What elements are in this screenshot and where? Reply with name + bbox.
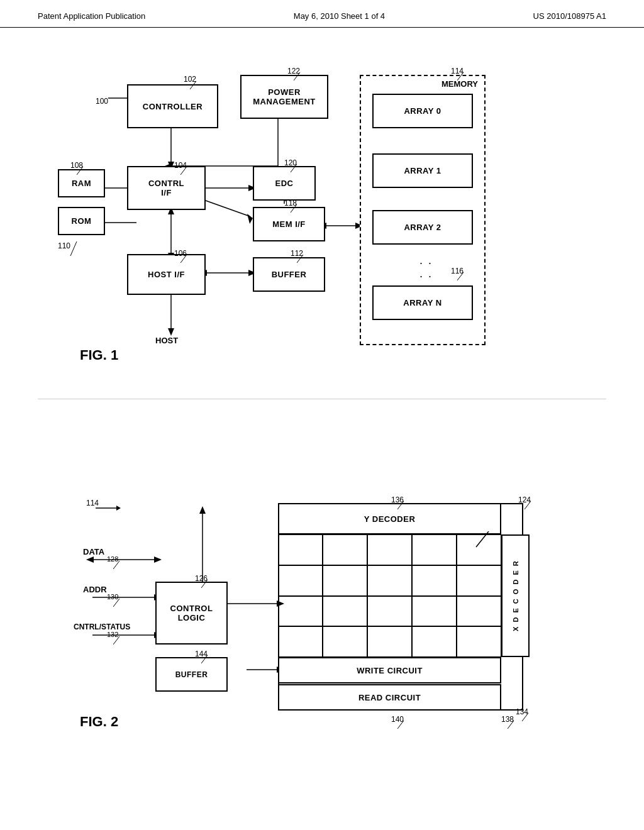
- svg-line-64: [522, 713, 528, 721]
- diagrams-area: 100 CONTROLLER 102 CONTRL I/F 104: [0, 28, 644, 770]
- x-decoder-box: X D E C O D E R: [501, 534, 530, 657]
- page-header: Patent Application Publication May 6, 20…: [0, 0, 644, 28]
- fig2-container: 114 DATA 128 ADDR 130 CNTRL/STATUS 132: [39, 406, 605, 758]
- svg-line-30: [180, 167, 187, 175]
- data-label: DATA: [83, 547, 104, 556]
- host-label: HOST: [155, 336, 178, 345]
- svg-line-39: [457, 272, 464, 280]
- control-logic-box: CONTROL LOGIC: [155, 582, 228, 645]
- write-circuit-box: WRITE CIRCUIT: [278, 657, 501, 683]
- svg-line-38: [457, 72, 464, 80]
- read-circuit-box: READ CIRCUIT: [278, 684, 501, 711]
- dots: . .. .: [419, 254, 433, 280]
- svg-line-35: [291, 164, 297, 172]
- svg-marker-54: [116, 506, 121, 511]
- svg-line-29: [190, 81, 196, 89]
- svg-line-66: [397, 721, 404, 729]
- svg-marker-48: [199, 506, 206, 514]
- controller-box: CONTROLLER: [127, 84, 218, 128]
- svg-line-32: [77, 167, 83, 175]
- svg-line-60: [525, 501, 531, 509]
- fig1-container: 100 CONTROLLER 102 CONTRL I/F 104: [39, 40, 605, 392]
- ref-100: 100: [96, 97, 108, 106]
- host-if-box: HOST I/F: [127, 254, 206, 295]
- buffer-small-box: BUFFER: [155, 657, 228, 692]
- fig2-label: FIG. 2: [80, 714, 118, 730]
- svg-marker-19: [168, 328, 174, 336]
- svg-line-37: [297, 255, 303, 263]
- page: Patent Application Publication May 6, 20…: [0, 0, 644, 830]
- y-decoder-box: Y DECODER: [278, 503, 501, 534]
- edc-box: EDC: [253, 166, 316, 201]
- contrl-if-box: CONTRL I/F: [127, 166, 206, 210]
- header-left: Patent Application Publication: [38, 11, 145, 21]
- svg-line-34: [294, 72, 300, 80]
- memory-grid: [278, 534, 501, 657]
- mem-if-box: MEM I/F: [253, 207, 325, 241]
- svg-line-33: [70, 241, 77, 256]
- addr-label: ADDR: [83, 585, 107, 594]
- svg-line-36: [291, 204, 297, 213]
- svg-marker-14: [247, 214, 253, 224]
- svg-line-58: [201, 580, 208, 588]
- svg-line-65: [508, 721, 514, 729]
- svg-line-31: [180, 255, 187, 263]
- svg-line-13: [206, 201, 250, 216]
- svg-line-55: [113, 561, 119, 569]
- array2-box: ARRAY 2: [372, 210, 473, 245]
- cntrl-status-label: CNTRL/STATUS: [74, 622, 130, 631]
- svg-line-56: [113, 599, 119, 607]
- svg-line-61: [397, 501, 404, 509]
- array0-box: ARRAY 0: [372, 94, 473, 128]
- svg-line-57: [113, 636, 119, 645]
- rom-box: ROM: [58, 207, 105, 235]
- header-center: May 6, 2010 Sheet 1 of 4: [294, 11, 385, 21]
- arrayN-box: ARRAY N: [372, 285, 473, 320]
- buffer-box: BUFFER: [253, 257, 325, 292]
- power-mgmt-box: POWER MANAGEMENT: [240, 75, 328, 119]
- header-right: US 2010/108975 A1: [533, 11, 606, 21]
- array1-box: ARRAY 1: [372, 153, 473, 188]
- svg-marker-41: [86, 556, 94, 563]
- fig1-label: FIG. 1: [80, 347, 118, 363]
- svg-marker-42: [154, 556, 162, 563]
- svg-line-59: [201, 655, 208, 663]
